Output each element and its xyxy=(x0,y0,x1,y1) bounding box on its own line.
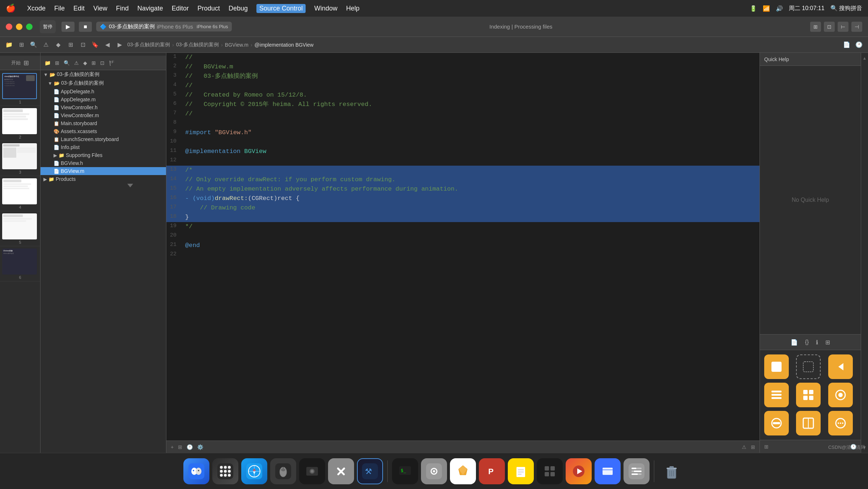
menu-file[interactable]: File xyxy=(54,5,65,12)
folder-toggle-icon[interactable]: 📁 xyxy=(43,59,52,67)
flag-tree-icon[interactable]: 🏴 xyxy=(108,59,116,67)
dock-item-notes[interactable] xyxy=(508,458,534,484)
menu-navigate[interactable]: Navigate xyxy=(137,5,163,12)
qh-icon-outline-square[interactable] xyxy=(796,354,821,379)
add-icon[interactable]: + xyxy=(171,444,174,450)
dock-item-terminal[interactable]: $_ xyxy=(392,458,418,484)
menu-window[interactable]: Window xyxy=(314,5,337,12)
slide-item-2[interactable]: 2 xyxy=(0,107,40,141)
dock-item-media[interactable] xyxy=(566,458,592,484)
tree-viewcontroller-m[interactable]: 📄 ViewController.m xyxy=(41,111,166,119)
bookmark-icon[interactable]: 🔖 xyxy=(90,40,100,50)
menu-debug[interactable]: Debug xyxy=(229,5,248,12)
dock-item-plu[interactable] xyxy=(537,458,563,484)
dock-item-trash[interactable] xyxy=(659,458,685,484)
qh-icon-scroll[interactable] xyxy=(764,411,789,435)
menu-source-control[interactable]: Source Control xyxy=(256,4,306,13)
filter-icon[interactable]: ⊞ xyxy=(178,444,182,450)
breadcrumb-1[interactable]: 03-多点触摸的案例 xyxy=(127,42,170,48)
search-toolbar-icon[interactable]: 🔍 xyxy=(29,40,38,50)
maximize-button[interactable] xyxy=(26,24,33,30)
tree-viewcontroller-h[interactable]: 📄 ViewController.h xyxy=(41,103,166,111)
tree-assets[interactable]: 🎨 Assets.xcassets xyxy=(41,127,166,135)
menu-edit[interactable]: Edit xyxy=(73,5,85,12)
breakpoint-tree-icon[interactable]: ◆ xyxy=(82,59,88,67)
navigator-toggle[interactable]: ⊞ xyxy=(810,22,821,32)
qh-icon-rows[interactable] xyxy=(764,383,789,407)
qh-icon-back-arrow[interactable] xyxy=(828,354,853,379)
menu-product[interactable]: Product xyxy=(197,5,220,12)
breadcrumb-3[interactable]: BGView.m xyxy=(225,42,248,48)
scheme-selector[interactable]: 🔷 03-多点触摸的案例 iPhone 6s Plus iPhone 6s Pl… xyxy=(96,22,232,31)
menu-editor[interactable]: Editor xyxy=(172,5,189,12)
menu-help[interactable]: Help xyxy=(346,5,359,12)
inspector-icon[interactable]: ⊞ xyxy=(17,40,26,50)
folder-icon[interactable]: 📁 xyxy=(4,40,14,50)
qh-icon-radio[interactable] xyxy=(828,383,853,407)
slide-item-3[interactable]: 3 xyxy=(0,142,40,176)
grid-icon[interactable]: ⊞ xyxy=(66,40,75,50)
grid-tree-icon[interactable]: ⊞ xyxy=(90,59,97,67)
clock-icon[interactable]: 🕐 xyxy=(854,40,864,50)
assistant-toggle[interactable]: ⊢ xyxy=(838,22,848,32)
slide-item-6[interactable]: UIview的触 UIView事件处理 6 xyxy=(0,247,40,281)
warning-bottom-icon[interactable]: ⚠ xyxy=(742,444,746,450)
tree-appdelegate-m[interactable]: 📄 AppDelegate.m xyxy=(41,95,166,103)
dock-item-prefs[interactable] xyxy=(624,458,650,484)
tree-bgview-h[interactable]: 📄 BGView.h xyxy=(41,159,166,167)
dock-item-tools[interactable] xyxy=(328,458,354,484)
new-file-icon[interactable]: 📄 xyxy=(842,40,851,50)
warning-tree-icon[interactable]: ⚠ xyxy=(73,59,80,67)
dock-item-safari[interactable] xyxy=(241,458,267,484)
breadcrumb-4[interactable]: @implementation BGView xyxy=(255,42,314,48)
stop-button[interactable]: ■ xyxy=(79,22,92,32)
debug-toggle[interactable]: ⊡ xyxy=(824,22,835,32)
tree-main-storyboard[interactable]: 📋 Main.storyboard xyxy=(41,119,166,127)
edge-arrow-up[interactable]: ▲ xyxy=(863,56,867,61)
dock-item-launchpad[interactable] xyxy=(212,458,238,484)
clock-bottom-icon[interactable]: 🕐 xyxy=(187,444,193,450)
qh-code-icon[interactable]: {} xyxy=(805,339,809,345)
tree-root[interactable]: ▼ 📂 03-多点触摸的案例 xyxy=(41,70,166,79)
dock-item-xcode[interactable]: ⚒ xyxy=(357,458,383,484)
dock-item-finder2[interactable] xyxy=(595,458,621,484)
dock-item-sketch[interactable] xyxy=(450,458,476,484)
dock-item-pp[interactable]: P xyxy=(479,458,505,484)
tree-info-plist[interactable]: 📄 Info.plist xyxy=(41,143,166,151)
close-button[interactable] xyxy=(6,24,12,30)
dock-item-finder[interactable] xyxy=(183,458,209,484)
dock-item-photo[interactable] xyxy=(299,458,325,484)
magnify-icon[interactable]: ⊞ xyxy=(54,59,60,67)
menu-view[interactable]: View xyxy=(93,5,107,12)
tree-appdelegate-h[interactable]: 📄 AppDelegate.h xyxy=(41,88,166,95)
search-input-menubar[interactable]: 🔍 搜狗拼音 xyxy=(830,5,862,12)
tree-bgview-m[interactable]: 📄 BGView.m xyxy=(41,167,166,175)
breakpoint-icon[interactable]: ◆ xyxy=(54,40,63,50)
grid-bottom-icon[interactable]: ⊞ xyxy=(751,444,755,450)
qh-grid-icon[interactable]: ⊞ xyxy=(825,339,830,346)
code-editor[interactable]: 1 // 2 // BGView.m 3 // 03-多点触摸的案例 4 // … xyxy=(166,53,760,441)
apple-icon[interactable]: 🍎 xyxy=(6,4,16,13)
breadcrumb-2[interactable]: 03-多点触摸的案例 xyxy=(176,42,219,48)
settings-bottom-icon[interactable]: ⚙️ xyxy=(197,444,203,450)
run-button[interactable]: ▶ xyxy=(61,22,75,32)
slide-item-5[interactable]: 5 xyxy=(0,212,40,246)
tree-products[interactable]: ▶ 📁 Products xyxy=(41,175,166,183)
qh-icon-page[interactable] xyxy=(828,411,853,435)
start-icon[interactable]: 开始 xyxy=(11,60,21,66)
history-icon[interactable]: ⊡ xyxy=(78,40,88,50)
minimize-button[interactable] xyxy=(16,24,22,30)
menu-xcode[interactable]: Xcode xyxy=(27,5,46,12)
forward-nav-icon[interactable]: ▶ xyxy=(115,40,124,50)
menu-find[interactable]: Find xyxy=(116,5,129,12)
qh-bottom-left-icon[interactable]: ⊞ xyxy=(764,444,769,450)
qh-icon-grid[interactable] xyxy=(796,383,821,407)
slide-item-4[interactable]: 4 xyxy=(0,177,40,211)
back-nav-icon[interactable]: ◀ xyxy=(103,40,112,50)
qh-file-icon[interactable]: 📄 xyxy=(791,339,798,346)
history-tree-icon[interactable]: ⊡ xyxy=(99,59,106,67)
search-tree-icon[interactable]: 🔍 xyxy=(63,59,71,67)
tree-launchscreen[interactable]: 📋 LaunchScreen.storyboard xyxy=(41,135,166,143)
qh-info-icon[interactable]: ℹ xyxy=(816,339,818,346)
tree-supporting-files[interactable]: ▶ 📁 Supporting Files xyxy=(41,151,166,159)
